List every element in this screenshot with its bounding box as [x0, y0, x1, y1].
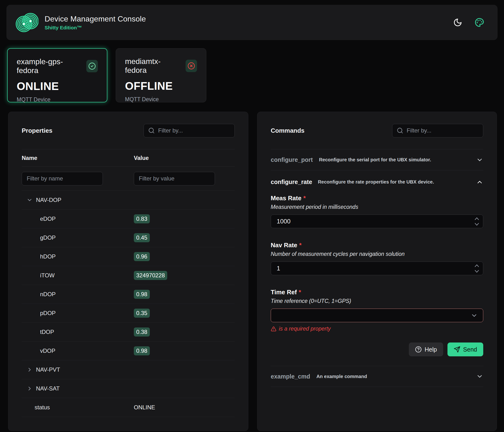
property-name: vDOP — [22, 348, 134, 354]
command-configure-rate-section: configure_rate Reconfigure the rate prop… — [271, 170, 483, 366]
field-description: Time reference (0=UTC, 1=GPS) — [271, 298, 483, 304]
property-row: hDOP 0.96 — [22, 247, 235, 266]
property-row: gDOP 0.45 — [22, 228, 235, 247]
field-description: Measurement period in milliseconds — [271, 204, 483, 210]
property-value-badge: 0.35 — [134, 309, 150, 318]
send-button[interactable]: Send — [448, 342, 483, 356]
property-name: eDOP — [22, 216, 134, 222]
property-name: nDOP — [22, 291, 134, 298]
dark-mode-toggle[interactable] — [452, 17, 463, 28]
command-example-cmd[interactable]: example_cmd An example command — [271, 366, 483, 387]
properties-panel: Properties Name Value NAV-DOP eDOP — [8, 112, 248, 431]
property-group-row[interactable]: NAV-PVT — [22, 360, 235, 379]
field-description: Number of measurement cycles per navigat… — [271, 251, 483, 257]
device-card-mediamtx-fedora[interactable]: mediamtx-fedora OFFLINE MQTT Device — [116, 48, 206, 102]
device-status-text: ONLINE — [17, 80, 98, 92]
help-circle-icon — [415, 346, 422, 353]
property-value-badge: 0.38 — [134, 327, 150, 337]
command-name: example_cmd — [271, 373, 310, 380]
properties-filter[interactable] — [144, 124, 235, 138]
chevron-down-icon — [471, 312, 478, 319]
property-name: tDOP — [22, 329, 134, 335]
device-status-badge — [186, 60, 197, 72]
page-subtitle: Shitty Edition™ — [45, 25, 146, 31]
property-name: pDOP — [22, 310, 134, 316]
device-status-text: OFFLINE — [125, 80, 197, 92]
command-configure-rate[interactable]: configure_rate Reconfigure the rate prop… — [271, 170, 483, 193]
column-header-value: Value — [134, 155, 149, 161]
decrement-button[interactable] — [474, 222, 479, 226]
command-description: Reconfigure the rate properties for the … — [318, 179, 434, 185]
property-group-row[interactable]: NAV-SAT — [22, 379, 235, 398]
device-status-badge — [86, 60, 98, 72]
check-circle-icon — [88, 62, 96, 70]
nav-rate-field: Nav Rate* Number of measurement cycles p… — [271, 241, 483, 275]
property-row: tDOP 0.38 — [22, 323, 235, 341]
device-name: mediamtx-fedora — [125, 57, 181, 75]
property-group-row[interactable]: NAV-DOP — [22, 191, 235, 210]
property-value-badge: 0.98 — [134, 290, 150, 299]
property-value: ONLINE — [134, 404, 155, 411]
increment-button[interactable] — [474, 217, 479, 221]
palette-icon — [475, 18, 484, 27]
nav-rate-input[interactable] — [271, 262, 483, 275]
time-ref-field: Time Ref* Time reference (0=UTC, 1=GPS) … — [271, 289, 483, 332]
property-row: nDOP 0.98 — [22, 285, 235, 304]
required-marker: * — [303, 194, 306, 202]
error-text: is a required property — [279, 326, 331, 332]
property-value-badge: 324970228 — [134, 271, 167, 280]
commands-title: Commands — [271, 127, 305, 134]
required-marker: * — [299, 241, 301, 249]
chevron-right-icon[interactable] — [27, 367, 33, 373]
properties-filter-input[interactable] — [158, 127, 230, 134]
field-label: Nav Rate — [271, 241, 297, 249]
property-row: iTOW 324970228 — [22, 266, 235, 285]
command-name: configure_rate — [271, 179, 312, 185]
device-type: MQTT Device — [17, 96, 98, 103]
property-name: gDOP — [22, 234, 134, 241]
commands-panel: Commands configure_port Reconfigure the … — [257, 112, 497, 431]
property-value-badge: 0.45 — [134, 233, 150, 242]
property-value-badge: 0.98 — [134, 346, 150, 356]
property-row: eDOP 0.83 — [22, 210, 235, 228]
chevron-right-icon[interactable] — [27, 386, 33, 392]
device-card-example-gps-fedora[interactable]: example-gps-fedora ONLINE MQTT Device — [7, 48, 107, 102]
properties-table: NAV-DOP eDOP 0.83 gDOP 0.45 hDOP 0.96 iT… — [22, 191, 235, 417]
property-value-badge: 0.83 — [134, 214, 150, 224]
chevron-up-icon[interactable] — [476, 179, 483, 186]
commands-filter-input[interactable] — [407, 127, 479, 134]
property-group-label: NAV-PVT — [36, 366, 60, 373]
send-icon — [454, 346, 460, 353]
validation-error: is a required property — [271, 326, 483, 332]
command-configure-port[interactable]: configure_port Reconfigure the serial po… — [271, 149, 483, 170]
chevron-down-icon[interactable] — [476, 156, 483, 164]
field-label: Time Ref — [271, 289, 297, 296]
value-filter-input[interactable] — [134, 172, 215, 185]
properties-title: Properties — [22, 127, 53, 134]
search-icon — [397, 127, 403, 134]
device-type: MQTT Device — [125, 96, 197, 103]
property-name: iTOW — [22, 272, 134, 279]
property-name: hDOP — [22, 253, 134, 260]
theme-picker-button[interactable] — [474, 17, 485, 28]
command-name: configure_port — [271, 156, 313, 163]
increment-button[interactable] — [474, 264, 479, 267]
meas-rate-field: Meas Rate* Measurement period in millise… — [271, 194, 483, 228]
page-title: Device Management Console — [45, 15, 146, 23]
chevron-down-icon[interactable] — [27, 197, 33, 203]
field-label: Meas Rate — [271, 194, 301, 202]
property-row: vDOP 0.98 — [22, 341, 235, 360]
property-name: status — [22, 404, 134, 411]
time-ref-select[interactable] — [271, 309, 483, 322]
meas-rate-input[interactable] — [271, 215, 483, 228]
warning-triangle-icon — [271, 326, 277, 332]
chevron-down-icon[interactable] — [476, 373, 483, 380]
decrement-button[interactable] — [474, 269, 479, 273]
commands-filter[interactable] — [392, 124, 483, 138]
name-filter-input[interactable] — [22, 172, 103, 185]
x-circle-icon — [188, 62, 195, 70]
column-header-name: Name — [22, 155, 134, 161]
property-row: pDOP 0.35 — [22, 304, 235, 323]
send-button-label: Send — [463, 346, 477, 353]
help-button[interactable]: Help — [409, 342, 443, 356]
